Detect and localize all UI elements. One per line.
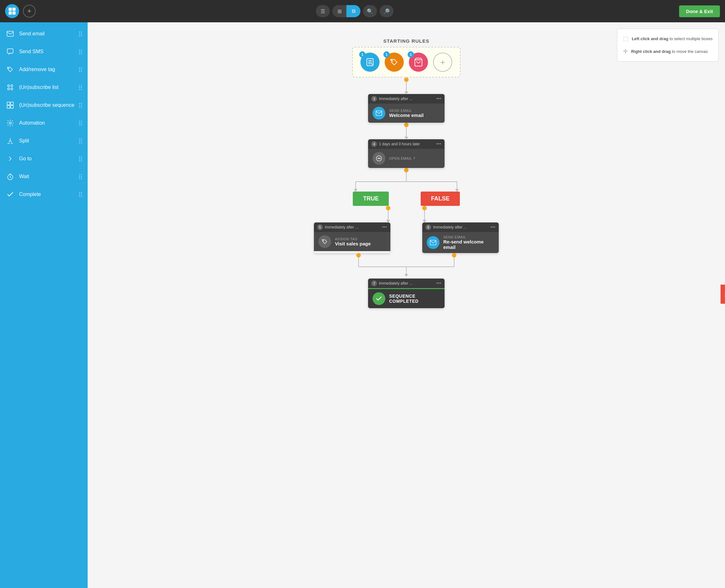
app-logo bbox=[5, 4, 19, 18]
svg-rect-4 bbox=[7, 31, 14, 36]
svg-rect-14 bbox=[10, 105, 14, 108]
node4-header: 4 1 days and 0 hours later ••• bbox=[368, 139, 445, 149]
node3-header: 3 Immediately after ... ••• bbox=[368, 94, 445, 104]
rule-form[interactable]: 1 bbox=[360, 52, 380, 72]
list-view-button[interactable]: ☰ bbox=[316, 5, 330, 17]
add-button[interactable]: + bbox=[23, 5, 36, 18]
rule-cart-badge: 1 bbox=[408, 51, 414, 58]
node5-body: ASSIGN TAG Visit sales page bbox=[314, 232, 390, 251]
false-connector bbox=[422, 206, 427, 223]
select-hint-icon: ⬚ bbox=[623, 34, 628, 44]
node6-body: SEND EMAIL Re-send welcome email bbox=[422, 232, 499, 253]
main-layout: Send email Send SMS Add/remove bbox=[0, 22, 725, 588]
hint-right-click-bold: Right click and drag to move the canvas bbox=[631, 48, 708, 55]
node4-title: 1 days and 0 hours later bbox=[379, 142, 436, 146]
svg-point-20 bbox=[376, 156, 382, 161]
node4-body: OPEN EMAIL ? bbox=[368, 149, 445, 168]
svg-rect-0 bbox=[8, 8, 12, 11]
sidebar: Send email Send SMS Add/remove bbox=[0, 22, 88, 588]
send-sms-icon bbox=[6, 47, 15, 56]
zoom-in-button[interactable]: 🔍 bbox=[363, 5, 377, 17]
node3-menu[interactable]: ••• bbox=[436, 97, 441, 101]
node3-icon bbox=[372, 107, 385, 120]
node6-text: SEND EMAIL Re-send welcome email bbox=[443, 235, 494, 250]
sidebar-item-label: Automation bbox=[19, 120, 74, 126]
true-button[interactable]: TRUE bbox=[353, 191, 389, 206]
node7-body: SEQUENCE COMPLETED bbox=[368, 288, 445, 308]
svg-rect-13 bbox=[7, 105, 10, 108]
drag-handle bbox=[79, 121, 82, 126]
sidebar-item-label: Split bbox=[19, 138, 74, 144]
rule-form-badge: 1 bbox=[359, 51, 365, 58]
sidebar-item-automation[interactable]: Automation bbox=[0, 114, 88, 132]
rule-tag[interactable]: 1 bbox=[385, 52, 404, 72]
sidebar-item-label: Wait bbox=[19, 174, 74, 180]
node-assign-tag[interactable]: 5 Immediately after ... ••• ASSIGN TAG V… bbox=[314, 223, 390, 253]
sidebar-item-send-email[interactable]: Send email bbox=[0, 25, 88, 43]
starting-rules-box: 1 1 bbox=[352, 47, 461, 78]
svg-point-7 bbox=[8, 85, 9, 87]
node5-menu[interactable]: ••• bbox=[382, 225, 387, 229]
sidebar-item-send-sms[interactable]: Send SMS bbox=[0, 43, 88, 61]
complete-icon bbox=[6, 190, 15, 199]
node-send-email[interactable]: 3 Immediately after ... ••• SEND EMAIL W… bbox=[368, 94, 445, 123]
node-sequence-completed[interactable]: 7 Immediately after ... ••• SEQUENCE COM… bbox=[368, 278, 445, 308]
svg-rect-1 bbox=[13, 8, 16, 11]
drag-handle bbox=[79, 139, 82, 143]
node-resend-email[interactable]: 6 Immediately after ... ••• SEND EMAIL R… bbox=[422, 223, 499, 253]
node4-num: 4 bbox=[371, 141, 377, 147]
false-branch: FALSE bbox=[421, 191, 460, 206]
node-open-email[interactable]: 4 1 days and 0 hours later ••• OPEN EMAI… bbox=[368, 139, 445, 168]
svg-rect-12 bbox=[10, 102, 14, 105]
view-toggle-group: ⊞ ⧉ bbox=[333, 5, 360, 17]
false-button[interactable]: FALSE bbox=[421, 191, 460, 206]
node6-icon bbox=[427, 236, 440, 249]
sequence-icon bbox=[6, 101, 15, 110]
true-connector bbox=[386, 206, 390, 223]
node7-title: Immediately after ... bbox=[379, 281, 436, 286]
sidebar-item-complete[interactable]: Complete bbox=[0, 186, 88, 203]
sidebar-item-unsubscribe-sequence[interactable]: (Un)subscribe sequence bbox=[0, 96, 88, 114]
node7-menu[interactable]: ••• bbox=[436, 281, 441, 286]
svg-point-18 bbox=[392, 60, 393, 62]
drag-handle bbox=[79, 49, 82, 54]
sidebar-item-split[interactable]: Split bbox=[0, 132, 88, 150]
topbar-center-controls: ☰ ⊞ ⧉ 🔍 🔎 bbox=[316, 5, 393, 17]
grid-view-button[interactable]: ⊞ bbox=[333, 5, 346, 17]
wait-icon bbox=[6, 172, 15, 181]
branch-lines bbox=[355, 172, 457, 191]
svg-point-6 bbox=[8, 68, 9, 69]
flow-container: STARTING RULES 1 1 bbox=[97, 32, 716, 366]
nodes-5-6-row: 5 Immediately after ... ••• ASSIGN TAG V… bbox=[314, 223, 499, 253]
hint-left-click-bold: Left click and drag to select multiple b… bbox=[632, 35, 712, 42]
converge-lines bbox=[346, 253, 467, 278]
node5-icon bbox=[318, 235, 331, 248]
node4-menu[interactable]: ••• bbox=[436, 142, 441, 146]
drag-handle bbox=[79, 31, 82, 36]
sidebar-item-add-remove-tag[interactable]: Add/remove tag bbox=[0, 61, 88, 78]
svg-point-8 bbox=[11, 85, 13, 87]
sidebar-item-go-to[interactable]: Go to bbox=[0, 150, 88, 168]
node3-title: Immediately after ... bbox=[379, 97, 436, 101]
drag-handle bbox=[79, 192, 82, 197]
node6-header: 6 Immediately after ... ••• bbox=[422, 223, 499, 232]
drag-handle bbox=[79, 67, 82, 72]
tag-icon bbox=[6, 65, 15, 74]
node7-num: 7 bbox=[371, 280, 377, 286]
rule-cart[interactable]: 1 bbox=[409, 52, 428, 72]
rule-add[interactable]: + bbox=[433, 52, 452, 72]
true-branch: TRUE bbox=[353, 191, 389, 206]
sidebar-item-wait[interactable]: Wait bbox=[0, 168, 88, 186]
done-exit-button[interactable]: Done & Exit bbox=[679, 5, 720, 17]
branch-connectors bbox=[386, 206, 427, 223]
flow-view-button[interactable]: ⧉ bbox=[346, 5, 360, 17]
split-icon bbox=[6, 136, 15, 145]
svg-rect-3 bbox=[13, 12, 16, 15]
node5-text: ASSIGN TAG Visit sales page bbox=[335, 237, 370, 246]
node6-menu[interactable]: ••• bbox=[490, 225, 495, 229]
node6-num: 6 bbox=[425, 224, 431, 230]
zoom-out-button[interactable]: 🔎 bbox=[380, 5, 393, 17]
sidebar-item-unsubscribe-list[interactable]: (Un)subscribe list bbox=[0, 78, 88, 96]
canvas-area[interactable]: ⬚ Left click and drag to select multiple… bbox=[88, 22, 725, 588]
node6-title: Immediately after ... bbox=[433, 225, 490, 229]
